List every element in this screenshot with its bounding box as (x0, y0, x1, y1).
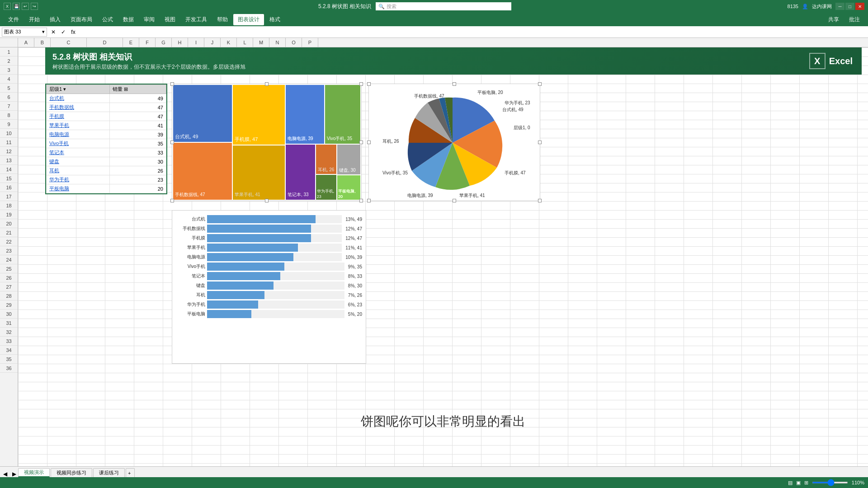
row-num-26[interactable]: 26 (0, 273, 18, 282)
pie-handle-ne[interactable] (538, 82, 542, 86)
undo-icon[interactable]: ↩ (22, 3, 29, 10)
col-A[interactable]: A (18, 38, 34, 47)
table-row[interactable]: 平板电脑 20 (47, 184, 166, 193)
col-H[interactable]: H (172, 38, 188, 47)
table-row[interactable]: 手机膜 47 (47, 112, 166, 121)
row-num-16[interactable]: 16 (0, 183, 18, 192)
treemap-cell-headphone[interactable]: 耳机, 26 (316, 145, 336, 174)
treemap-cell-laptop[interactable]: 笔记本, 33 (286, 145, 315, 200)
cell-value[interactable]: 30 (110, 157, 166, 166)
row-num-15[interactable]: 15 (0, 174, 18, 183)
menu-page-layout[interactable]: 页面布局 (66, 14, 97, 25)
pie-chart[interactable]: 平板电脑, 20 华为手机, 23 层级1, 0 台式机, 49 手机膜, 47… (368, 84, 540, 201)
row-num-5[interactable]: 5 (0, 84, 18, 93)
col-header-sales[interactable]: 销量 ⊞ (110, 85, 166, 94)
row-num-2[interactable]: 2 (0, 56, 18, 66)
row-num-25[interactable]: 25 (0, 264, 18, 273)
table-row[interactable]: 苹果手机 41 (47, 121, 166, 130)
table-row[interactable]: Vivo手机 35 (47, 139, 166, 148)
row-num-20[interactable]: 20 (0, 219, 18, 228)
tab-video-demo[interactable]: 视频演示 (18, 468, 50, 477)
col-J[interactable]: J (204, 38, 221, 47)
treemap-cell-power[interactable]: 电脑电源, 39 (286, 85, 324, 144)
row-num-3[interactable]: 3 (0, 66, 18, 75)
row-num-34[interactable]: 34 (0, 346, 18, 355)
col-B[interactable]: B (34, 38, 51, 47)
cell-value[interactable]: 20 (110, 184, 166, 193)
menu-developer[interactable]: 开发工具 (181, 14, 212, 25)
cell-value[interactable]: 33 (110, 148, 166, 157)
menu-home[interactable]: 开始 (24, 14, 44, 25)
resize-handle-w[interactable] (170, 141, 174, 144)
row-num-18[interactable]: 18 (0, 201, 18, 210)
col-O[interactable]: O (286, 38, 302, 47)
row-num-14[interactable]: 14 (0, 165, 18, 174)
cell-value[interactable]: 35 (110, 139, 166, 148)
cell-name[interactable]: 笔记本 (47, 148, 110, 157)
pie-handle-se[interactable] (538, 199, 542, 202)
pie-handle-n[interactable] (453, 82, 456, 86)
row-num-33[interactable]: 33 (0, 337, 18, 346)
row-num-30[interactable]: 30 (0, 310, 18, 319)
insert-function-button[interactable]: fx (69, 28, 78, 37)
confirm-formula-button[interactable]: ✓ (59, 28, 68, 37)
treemap-cell-keyboard[interactable]: 键盘, 30 (337, 145, 360, 174)
cell-name[interactable]: 耳机 (47, 166, 110, 175)
col-D[interactable]: D (87, 38, 123, 47)
col-E[interactable]: E (123, 38, 139, 47)
menu-view[interactable]: 视图 (160, 14, 180, 25)
table-row[interactable]: 电脑电源 39 (47, 130, 166, 139)
col-header-category[interactable]: 层级1 ▾ (47, 85, 110, 94)
close-button[interactable]: ✕ (855, 3, 864, 10)
minimize-button[interactable]: ─ (835, 3, 844, 10)
cell-value[interactable]: 41 (110, 121, 166, 130)
cell-value[interactable]: 47 (110, 103, 166, 112)
treemap-cell-tablet[interactable]: 平板电脑, 20 (337, 175, 360, 200)
row-num-36[interactable]: 36 (0, 364, 18, 373)
tab-video-practice[interactable]: 视频同步练习 (51, 468, 92, 477)
row-num-35[interactable]: 35 (0, 355, 18, 364)
col-L[interactable]: L (237, 38, 253, 47)
row-num-28[interactable]: 28 (0, 291, 18, 300)
row-num-8[interactable]: 8 (0, 111, 18, 120)
menu-review[interactable]: 审阅 (139, 14, 159, 25)
pie-handle-e[interactable] (538, 141, 542, 144)
resize-handle-se[interactable] (359, 199, 363, 202)
resize-handle-s[interactable] (265, 199, 269, 202)
pie-handle-sw[interactable] (367, 199, 371, 202)
pie-handle-nw[interactable] (367, 82, 371, 86)
row-num-27[interactable]: 27 (0, 282, 18, 291)
menu-help[interactable]: 帮助 (212, 14, 232, 25)
row-num-31[interactable]: 31 (0, 319, 18, 328)
add-sheet-button[interactable]: + (126, 468, 135, 477)
row-num-10[interactable]: 10 (0, 129, 18, 138)
treemap-cell-desktop[interactable]: 台式机, 49 (173, 85, 232, 142)
cancel-formula-button[interactable]: ✕ (49, 28, 58, 37)
treemap-cell-datacable[interactable]: 手机数据线, 47 (173, 143, 232, 200)
pie-handle-w[interactable] (367, 141, 371, 144)
cell-name[interactable]: 平板电脑 (47, 184, 110, 193)
col-G[interactable]: G (156, 38, 172, 47)
zoom-slider[interactable] (812, 482, 848, 483)
row-num-29[interactable]: 29 (0, 300, 18, 310)
row-num-1[interactable]: 1 (0, 47, 18, 56)
cell-value[interactable]: 23 (110, 175, 166, 184)
table-row[interactable]: 键盘 30 (47, 157, 166, 166)
row-num-21[interactable]: 21 (0, 228, 18, 237)
treemap-chart[interactable]: 台式机, 49 手机数据线, 47 手机膜, 47 苹果手机, 41 (172, 84, 362, 201)
menu-insert[interactable]: 插入 (45, 14, 65, 25)
table-row[interactable]: 耳机 26 (47, 166, 166, 175)
treemap-cell-apple[interactable]: 苹果手机, 41 (233, 145, 285, 200)
table-row[interactable]: 手机数据线 47 (47, 103, 166, 112)
row-num-24[interactable]: 24 (0, 255, 18, 264)
cell-name[interactable]: 苹果手机 (47, 121, 110, 130)
resize-handle-sw[interactable] (170, 199, 174, 202)
row-num-6[interactable]: 6 (0, 93, 18, 102)
row-num-32[interactable]: 32 (0, 328, 18, 337)
menu-chart-design[interactable]: 图表设计 (233, 14, 264, 25)
cell-name[interactable]: 华为手机 (47, 175, 110, 184)
save-icon[interactable]: 💾 (13, 3, 20, 10)
col-K[interactable]: K (221, 38, 237, 47)
menu-comments[interactable]: 批注 (844, 14, 864, 25)
search-box[interactable]: 🔍 搜索 (376, 2, 511, 10)
